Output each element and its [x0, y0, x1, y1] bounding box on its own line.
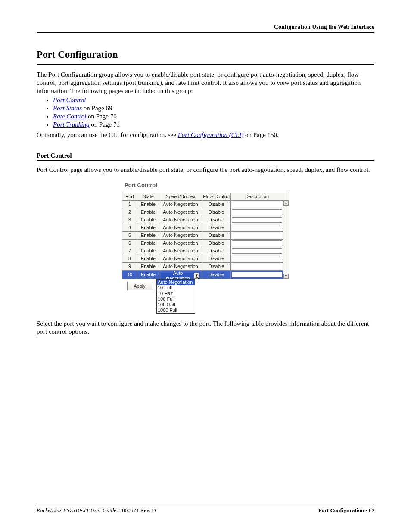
cell-speed-duplex[interactable]: Auto Negotiation: [159, 255, 202, 262]
cell-flow-control[interactable]: Disable: [202, 255, 231, 262]
cell-speed-duplex[interactable]: Auto Negotiation: [159, 208, 202, 216]
header-rule: [37, 32, 374, 33]
dropdown-option[interactable]: 100 Full: [157, 296, 195, 302]
dropdown-option[interactable]: Auto Negotiation: [157, 280, 195, 285]
link-suffix: on Page 70: [86, 113, 116, 120]
cell-state[interactable]: Enable: [137, 255, 159, 262]
table-row[interactable]: 8 Enable Auto Negotiation Disable: [122, 255, 289, 262]
cell-description[interactable]: [231, 208, 283, 216]
cell-state[interactable]: Enable: [137, 270, 159, 279]
table-row[interactable]: 7 Enable Auto Negotiation Disable: [122, 247, 289, 255]
cell-speed-duplex-select[interactable]: Auto Negotiation ▼↖: [159, 270, 202, 279]
optional-cli-line: Optionally, you can use the CLI for conf…: [37, 131, 374, 139]
cell-state[interactable]: Enable: [137, 262, 159, 270]
cell-speed-duplex[interactable]: Auto Negotiation: [159, 231, 202, 239]
cell-port: 2: [122, 208, 137, 216]
cell-speed-duplex[interactable]: Auto Negotiation: [159, 216, 202, 224]
table-row[interactable]: 3 Enable Auto Negotiation Disable: [122, 216, 289, 224]
cell-port: 5: [122, 231, 137, 239]
cell-flow-control[interactable]: Disable: [202, 231, 231, 239]
cell-port: 9: [122, 262, 137, 270]
screenshot-title: Port Control: [125, 182, 289, 188]
cell-speed-duplex[interactable]: Auto Negotiation: [159, 262, 202, 270]
cell-description[interactable]: [231, 247, 283, 255]
cell-flow-control[interactable]: Disable: [202, 270, 231, 279]
footer-page-label: Port Configuration - 67: [318, 507, 374, 514]
cell-port: 8: [122, 255, 137, 262]
col-header-scroll: [283, 193, 289, 200]
table-row[interactable]: 9 Enable Auto Negotiation Disable: [122, 262, 289, 270]
cell-port: 10: [122, 270, 137, 279]
col-header-description: Description: [231, 193, 283, 200]
cell-state[interactable]: Enable: [137, 247, 159, 255]
cell-state[interactable]: Enable: [137, 216, 159, 224]
dropdown-option[interactable]: 1000 Full: [157, 308, 195, 313]
header-section-label: Configuration Using the Web Interface: [37, 24, 374, 31]
page-footer: RocketLinx ES7510-XT User Guide: 2000571…: [37, 507, 374, 514]
cell-description[interactable]: [231, 255, 283, 262]
cell-port: 3: [122, 216, 137, 224]
cell-description[interactable]: [231, 200, 283, 208]
link-port-config-cli[interactable]: Port Configuration (CLI): [178, 131, 244, 138]
sub-rule: [37, 160, 374, 161]
col-header-speed-duplex: Speed/Duplex: [159, 193, 202, 200]
link-port-control[interactable]: Port Control: [53, 96, 86, 103]
chevron-down-icon[interactable]: ▼↖: [194, 273, 199, 279]
dropdown-option[interactable]: 10 Half: [157, 291, 195, 296]
table-row-selected[interactable]: 10 Enable Auto Negotiation ▼↖ Disable: [122, 270, 289, 279]
cell-state[interactable]: Enable: [137, 208, 159, 216]
scroll-down-icon[interactable]: ▼: [283, 274, 289, 279]
scroll-up-icon[interactable]: ▲: [283, 201, 289, 206]
table-row[interactable]: 1 Enable Auto Negotiation Disable ▲ ▼: [122, 200, 289, 208]
footer-rule: [37, 504, 374, 504]
cell-description[interactable]: [231, 262, 283, 270]
list-item: Port Status on Page 69: [53, 105, 374, 112]
dropdown-option[interactable]: 10 Full: [157, 285, 195, 291]
list-item: Rate Control on Page 70: [53, 113, 374, 120]
dropdown-option[interactable]: 100 Half: [157, 302, 195, 308]
col-header-state: State: [137, 193, 159, 200]
table-row[interactable]: 6 Enable Auto Negotiation Disable: [122, 239, 289, 247]
link-rate-control[interactable]: Rate Control: [53, 113, 86, 120]
table-header-row: Port State Speed/Duplex Flow Control Des…: [122, 193, 289, 200]
link-port-status[interactable]: Port Status: [53, 105, 82, 112]
cell-state[interactable]: Enable: [137, 231, 159, 239]
cell-flow-control[interactable]: Disable: [202, 200, 231, 208]
cell-state[interactable]: Enable: [137, 200, 159, 208]
cell-state[interactable]: Enable: [137, 224, 159, 231]
link-port-trunking[interactable]: Port Trunking: [53, 121, 90, 128]
cell-flow-control[interactable]: Disable: [202, 239, 231, 247]
cell-flow-control[interactable]: Disable: [202, 224, 231, 231]
cell-description[interactable]: [231, 216, 283, 224]
col-header-flow-control: Flow Control: [202, 193, 231, 200]
cell-speed-duplex[interactable]: Auto Negotiation: [159, 247, 202, 255]
cell-speed-duplex[interactable]: Auto Negotiation: [159, 239, 202, 247]
cell-flow-control[interactable]: Disable: [202, 216, 231, 224]
cell-speed-duplex[interactable]: Auto Negotiation: [159, 200, 202, 208]
cell-flow-control[interactable]: Disable: [202, 247, 231, 255]
cell-description[interactable]: [231, 270, 283, 279]
cell-port: 4: [122, 224, 137, 231]
cell-port: 1: [122, 200, 137, 208]
intro-paragraph: The Port Configuration group allows you …: [37, 71, 374, 95]
cell-description[interactable]: [231, 239, 283, 247]
cell-description[interactable]: [231, 224, 283, 231]
cell-state[interactable]: Enable: [137, 239, 159, 247]
cell-description[interactable]: [231, 231, 283, 239]
subheading-port-control: Port Control: [37, 152, 374, 159]
table-row[interactable]: 5 Enable Auto Negotiation Disable: [122, 231, 289, 239]
apply-button[interactable]: Apply: [127, 282, 152, 290]
scrollbar[interactable]: ▲ ▼: [283, 200, 289, 279]
cell-flow-control[interactable]: Disable: [202, 262, 231, 270]
page-title: Port Configuration: [37, 49, 374, 60]
cell-port: 6: [122, 239, 137, 247]
cell-flow-control[interactable]: Disable: [202, 208, 231, 216]
speed-duplex-dropdown[interactable]: Auto Negotiation 10 Full 10 Half 100 Ful…: [156, 279, 195, 314]
table-row[interactable]: 4 Enable Auto Negotiation Disable: [122, 224, 289, 231]
cell-port: 7: [122, 247, 137, 255]
link-list: Port Control Port Status on Page 69 Rate…: [37, 96, 374, 128]
cell-speed-duplex[interactable]: Auto Negotiation: [159, 224, 202, 231]
footer-rev: : 2000571 Rev. D: [116, 507, 156, 513]
list-item: Port Control: [53, 96, 374, 104]
table-row[interactable]: 2 Enable Auto Negotiation Disable: [122, 208, 289, 216]
